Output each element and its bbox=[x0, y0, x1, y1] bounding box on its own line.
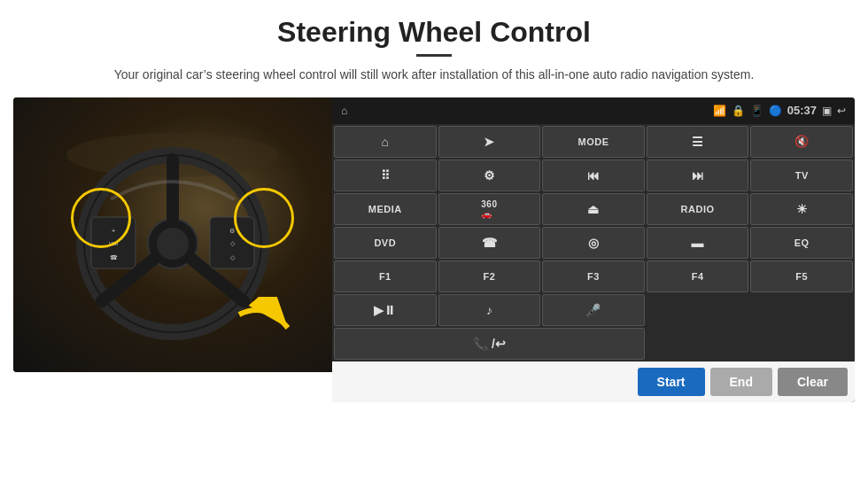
screen-rect-icon: ▬ bbox=[692, 236, 704, 250]
svg-text:⚙: ⚙ bbox=[229, 228, 235, 234]
btn-next[interactable]: ⏭ bbox=[647, 159, 749, 191]
btn-f3[interactable]: F3 bbox=[542, 260, 645, 292]
btn-f5[interactable]: F5 bbox=[750, 260, 853, 292]
svg-text:☎: ☎ bbox=[110, 254, 118, 260]
settings-icon: ⚙ bbox=[484, 168, 495, 183]
btn-mic[interactable]: 🎤 bbox=[542, 294, 645, 326]
btn-mute[interactable]: 🔇 bbox=[750, 126, 853, 158]
mode-label: MODE bbox=[577, 136, 608, 147]
sim-icon: 📱 bbox=[750, 105, 763, 117]
f5-label: F5 bbox=[795, 271, 808, 282]
btn-phone[interactable]: ☎ bbox=[438, 227, 541, 259]
eject-icon: ⏏ bbox=[587, 202, 599, 216]
phone-icon: ☎ bbox=[482, 236, 497, 250]
eq-label: EQ bbox=[794, 237, 810, 248]
btn-home[interactable]: ⌂ bbox=[334, 126, 437, 158]
status-bar: ⌂ 📶 🔒 📱 🔵 05:37 ▣ ↩ bbox=[332, 97, 855, 124]
btn-eq[interactable]: EQ bbox=[750, 227, 853, 259]
btn-tv[interactable]: TV bbox=[750, 159, 853, 191]
page-container: Steering Wheel Control Your original car… bbox=[0, 0, 868, 482]
highlight-circle-right bbox=[234, 188, 294, 248]
btn-f4[interactable]: F4 bbox=[647, 260, 749, 292]
mute-icon: 🔇 bbox=[794, 135, 809, 148]
btn-360[interactable]: 360🚗 bbox=[438, 193, 541, 225]
control-panel: ⌂ 📶 🔒 📱 🔵 05:37 ▣ ↩ ⌂ bbox=[332, 97, 855, 402]
music-icon: ♪ bbox=[486, 303, 492, 317]
btn-list[interactable]: ☰ bbox=[647, 126, 749, 158]
f1-label: F1 bbox=[379, 271, 391, 282]
svg-point-4 bbox=[157, 228, 189, 260]
btn-media[interactable]: MEDIA bbox=[334, 193, 437, 225]
playpause-icon: ▶⏸ bbox=[374, 303, 396, 317]
highlight-circle-left bbox=[71, 188, 131, 248]
btn-screen-rect[interactable]: ▬ bbox=[647, 227, 749, 259]
button-grid: ⌂ ➤ MODE ☰ 🔇 ⠿ ⚙ bbox=[332, 124, 855, 362]
btn-eject[interactable]: ⏏ bbox=[542, 193, 645, 225]
btn-globe[interactable]: ◎ bbox=[542, 227, 645, 259]
status-bar-right: 📶 🔒 📱 🔵 05:37 ▣ ↩ bbox=[713, 104, 846, 117]
status-bar-left: ⌂ bbox=[341, 105, 347, 117]
btn-settings[interactable]: ⚙ bbox=[438, 159, 541, 191]
tv-label: TV bbox=[795, 170, 809, 181]
media-label: MEDIA bbox=[368, 204, 402, 214]
wifi-icon: 📶 bbox=[713, 105, 726, 117]
page-subtitle: Your original car’s steering wheel contr… bbox=[114, 66, 755, 85]
btn-mode[interactable]: MODE bbox=[542, 126, 645, 158]
btn-nav[interactable]: ➤ bbox=[438, 126, 541, 158]
content-row: + vol ☎ ⚙ ◇ ◇ bbox=[18, 97, 850, 402]
home-icon: ⌂ bbox=[341, 105, 347, 117]
handfree-icon: 📞 /↩ bbox=[473, 337, 506, 351]
btn-dvd[interactable]: DVD bbox=[334, 227, 437, 259]
radio-label: RADIO bbox=[681, 204, 715, 214]
arrow-svg bbox=[230, 297, 301, 359]
btn-handfree[interactable]: 📞 /↩ bbox=[334, 328, 645, 360]
bluetooth-icon: 🔵 bbox=[769, 105, 782, 117]
next-icon: ⏭ bbox=[692, 168, 704, 183]
home-btn-icon: ⌂ bbox=[382, 135, 389, 149]
lock-icon: 🔒 bbox=[732, 105, 745, 117]
title-divider bbox=[416, 54, 452, 57]
dvd-label: DVD bbox=[374, 237, 396, 248]
prev-icon: ⏮ bbox=[587, 168, 600, 183]
brightness-icon: ☀ bbox=[796, 202, 808, 216]
btn-apps[interactable]: ⠿ bbox=[334, 159, 437, 191]
mic-icon: 🎤 bbox=[585, 303, 601, 317]
btn-brightness[interactable]: ☀ bbox=[750, 193, 853, 225]
f3-label: F3 bbox=[587, 271, 600, 282]
end-button[interactable]: End bbox=[710, 368, 772, 396]
screen-icon: ▣ bbox=[822, 105, 832, 117]
list-icon: ☰ bbox=[692, 135, 703, 149]
btn-prev[interactable]: ⏮ bbox=[542, 159, 645, 191]
page-title: Steering Wheel Control bbox=[277, 16, 591, 49]
btn-music[interactable]: ♪ bbox=[438, 294, 541, 326]
360-label: 360🚗 bbox=[481, 199, 497, 219]
car-image-panel: + vol ☎ ⚙ ◇ ◇ bbox=[13, 97, 332, 372]
start-button[interactable]: Start bbox=[638, 368, 705, 396]
btn-radio[interactable]: RADIO bbox=[647, 193, 749, 225]
f2-label: F2 bbox=[483, 271, 495, 282]
btn-f2[interactable]: F2 bbox=[438, 260, 541, 292]
time-display: 05:37 bbox=[787, 104, 817, 117]
apps-icon: ⠿ bbox=[381, 168, 390, 183]
back-icon: ↩ bbox=[837, 105, 846, 117]
btn-playpause[interactable]: ▶⏸ bbox=[334, 294, 437, 326]
nav-icon: ➤ bbox=[484, 135, 494, 149]
action-bar: Start End Clear bbox=[332, 362, 855, 402]
clear-button[interactable]: Clear bbox=[778, 368, 848, 396]
globe-icon: ◎ bbox=[588, 236, 599, 250]
f4-label: F4 bbox=[692, 271, 704, 282]
btn-f1[interactable]: F1 bbox=[334, 260, 437, 292]
